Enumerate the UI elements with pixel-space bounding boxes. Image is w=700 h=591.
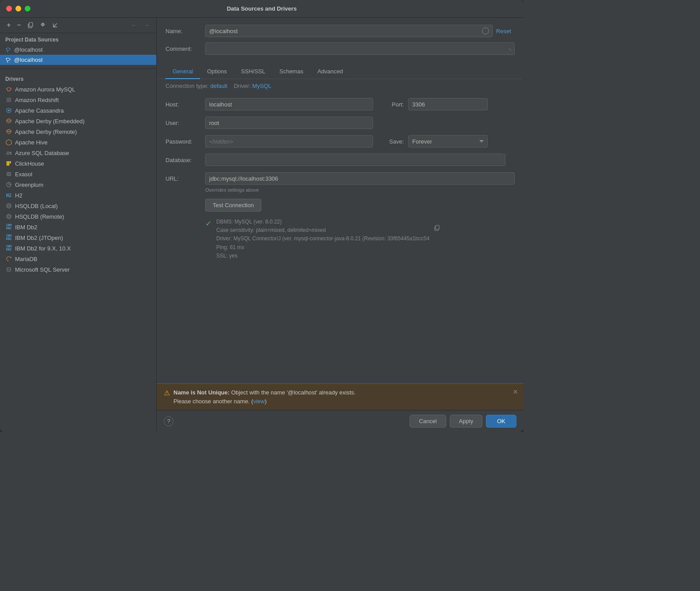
driver-label-mariadb: MariaDB: [15, 256, 38, 262]
comment-input-wrapper: ⤡: [205, 42, 515, 55]
traffic-lights: [6, 6, 30, 11]
driver-item-amazon-redshift[interactable]: Amazon Redshift: [0, 95, 156, 105]
driver-item-h2[interactable]: H2 H2: [0, 190, 156, 201]
copy-results-icon[interactable]: [434, 225, 440, 260]
test-result-case: Case sensitivity: plain=mixed, delimited…: [216, 226, 429, 235]
driver-item-exasol[interactable]: Exasol: [0, 169, 156, 179]
remove-button[interactable]: −: [15, 20, 23, 30]
help-button[interactable]: ?: [164, 417, 173, 426]
driver-label-mssql: Microsoft SQL Server: [15, 266, 70, 273]
apply-button[interactable]: Apply: [450, 415, 483, 428]
test-connection-button[interactable]: Test Connection: [205, 199, 261, 212]
driver-item-apache-derby-remote[interactable]: Apache Derby (Remote): [0, 126, 156, 137]
hsql-remote-icon: [5, 213, 12, 220]
driver-item-ibm-db2-9x[interactable]: IBMDB2 IBM Db2 for 9.X, 10.X: [0, 243, 156, 254]
svg-point-12: [7, 214, 11, 219]
driver-item-apache-derby-embedded[interactable]: Apache Derby (Embedded): [0, 116, 156, 126]
project-item-1[interactable]: @localhost: [0, 45, 156, 55]
ibm-db2-9x-icon: IBMDB2: [5, 245, 12, 252]
drivers-list: Amazon Aurora MySQL Amazon Redshift Apac…: [0, 84, 156, 432]
password-label: Password:: [166, 138, 205, 145]
driver-item-amazon-aurora[interactable]: Amazon Aurora MySQL: [0, 84, 156, 95]
driver-item-ibm-db2-jtopen[interactable]: IBMDB2 IBM Db2 (JTOpen): [0, 232, 156, 243]
driver-label-clickhouse: ClickHouse: [15, 160, 44, 167]
warning-line2: Please choose another name. (: [173, 398, 253, 405]
tab-options[interactable]: Options: [200, 64, 234, 79]
settings-button[interactable]: [38, 21, 48, 29]
driver-item-clickhouse[interactable]: ClickHouse: [0, 158, 156, 169]
driver-label-amazon-aurora: Amazon Aurora MySQL: [15, 86, 75, 93]
password-input[interactable]: [205, 135, 373, 148]
tab-general[interactable]: General: [166, 64, 200, 79]
driver-label-azure-sql: Azure SQL Database: [15, 150, 69, 156]
driver-item-azure-sql[interactable]: Azure SQL Database: [0, 148, 156, 158]
name-status-circle: [482, 27, 489, 34]
svg-rect-7: [8, 161, 10, 166]
driver-label-derby-embedded: Apache Derby (Embedded): [15, 118, 85, 125]
main-content: + − ← → Project Data Sources: [0, 18, 523, 432]
reset-button[interactable]: Reset: [493, 28, 515, 34]
project-item-2[interactable]: @localhost: [0, 55, 156, 65]
driver-item-greenplum[interactable]: Greenplum: [0, 179, 156, 190]
bottom-bar: ? Cancel Apply OK: [157, 410, 523, 432]
driver-label-apache-hive: Apache Hive: [15, 139, 48, 146]
arrow-button[interactable]: [50, 21, 60, 29]
connection-type-value[interactable]: default: [210, 83, 227, 89]
driver-value[interactable]: MySQL: [252, 83, 271, 89]
window: Data Sources and Drivers + − ← →: [0, 0, 523, 432]
general-content: Host: Port: User: Password: Save: For: [157, 93, 523, 383]
comment-label: Comment:: [166, 45, 205, 52]
minimize-button[interactable]: [15, 6, 21, 11]
url-row: URL:: [166, 172, 515, 185]
comment-input[interactable]: [205, 42, 515, 55]
driver-item-apache-hive[interactable]: Apache Hive: [0, 137, 156, 148]
user-input[interactable]: [205, 117, 373, 129]
user-row: User:: [166, 117, 515, 129]
test-result-dbms: DBMS: MySQL (ver. 8.0.22): [216, 218, 429, 226]
tabs-bar: General Options SSH/SSL Schemas Advanced: [157, 64, 523, 79]
port-input[interactable]: [408, 98, 488, 110]
svg-point-10: [7, 204, 11, 208]
driver-item-ibm-db2[interactable]: IBMDB2 IBM Db2: [0, 222, 156, 232]
url-input[interactable]: [205, 172, 515, 185]
back-button[interactable]: ←: [129, 20, 139, 30]
driver-item-apache-cassandra[interactable]: Apache Cassandra: [0, 105, 156, 116]
svg-rect-8: [10, 161, 11, 163]
derby-embedded-icon: [5, 117, 12, 125]
project-item-label-2: @localhost: [14, 57, 43, 63]
tab-ssh-ssl[interactable]: SSH/SSL: [234, 64, 272, 79]
database-input[interactable]: [205, 154, 505, 166]
maximize-button[interactable]: [25, 6, 30, 11]
driver-item-hsqldb-remote[interactable]: HSQLDB (Remote): [0, 211, 156, 222]
forward-button[interactable]: →: [141, 20, 152, 30]
add-button[interactable]: +: [4, 20, 13, 30]
password-row: Password: Save: Forever Until restart Ne…: [166, 135, 515, 148]
copy-button[interactable]: [25, 21, 36, 29]
warning-text: Name is Not Unique: Object with the name…: [173, 388, 356, 405]
driver-item-mariadb[interactable]: MariaDB: [0, 254, 156, 264]
driver-label-ibm-db2-jtopen: IBM Db2 (JTOpen): [15, 235, 63, 241]
host-input[interactable]: [205, 98, 373, 110]
svg-point-2: [42, 24, 43, 25]
close-button[interactable]: [6, 6, 12, 11]
tab-schemas[interactable]: Schemas: [272, 64, 310, 79]
ok-button[interactable]: OK: [486, 415, 516, 428]
connection-type-label: Connection type:: [166, 83, 209, 89]
driver-item-hsqldb-local[interactable]: HSQLDB (Local): [0, 201, 156, 211]
warning-view-link[interactable]: view: [253, 398, 265, 405]
cancel-button[interactable]: Cancel: [410, 415, 446, 428]
name-input[interactable]: [205, 25, 493, 37]
tab-advanced[interactable]: Advanced: [310, 64, 350, 79]
exasol-icon: [5, 170, 12, 178]
driver-item-mssql[interactable]: Microsoft SQL Server: [0, 264, 156, 275]
driver-label-greenplum: Greenplum: [15, 182, 43, 188]
warning-close-button[interactable]: ✕: [513, 388, 518, 395]
mysql-icon-2: [5, 57, 11, 63]
driver-label: Driver:: [234, 83, 251, 89]
left-panel: + − ← → Project Data Sources: [0, 18, 157, 432]
driver-label-h2: H2: [15, 192, 23, 199]
save-select[interactable]: Forever Until restart Never: [408, 135, 488, 148]
driver-label-hsqldb-remote: HSQLDB (Remote): [15, 213, 64, 220]
driver-label-apache-cassandra: Apache Cassandra: [15, 107, 64, 114]
azure-icon: [5, 149, 12, 156]
